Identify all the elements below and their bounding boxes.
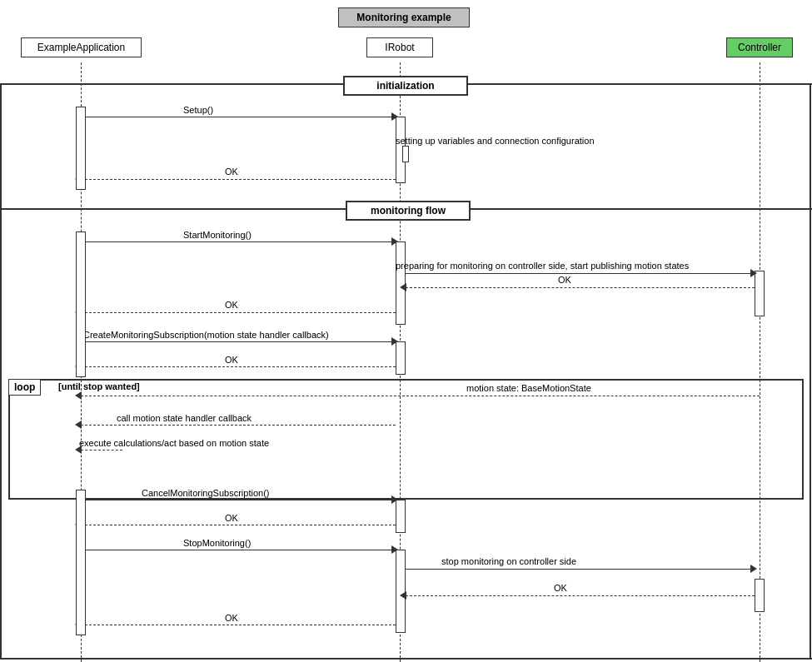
note-startmon: preparing for monitoring on controller s…	[396, 261, 689, 271]
participant-controller: Controller	[726, 37, 793, 57]
arrowhead-setup	[391, 112, 398, 121]
arrow-setup	[81, 117, 396, 117]
arrow-calc	[81, 450, 122, 450]
msg-motion-state: motion state: BaseMotionState	[466, 383, 591, 393]
loop-condition: [until stop wanted]	[58, 381, 140, 391]
msg-create: CreateMonitoringSubscription(motion stat…	[83, 330, 329, 340]
arrowhead-motion-state	[75, 391, 82, 400]
msg-callback: call motion state handler callback	[117, 413, 252, 423]
act-irobot-create	[396, 341, 406, 375]
arrow-ok3	[81, 366, 396, 367]
diagram-title: Monitoring example	[338, 7, 470, 27]
act-irobot-internal	[402, 146, 409, 162]
sequence-diagram: Monitoring example ExampleApplication IR…	[0, 0, 812, 662]
act-controller-stopmon	[755, 579, 765, 612]
msg-ok5: OK	[225, 613, 238, 623]
note-stopmon: stop monitoring on controller side	[441, 556, 576, 566]
act-app-setup	[76, 107, 86, 190]
arrowhead-cancel	[391, 495, 398, 504]
arrowhead-ok-controller2	[400, 591, 406, 600]
right-border	[810, 83, 811, 658]
act-controller-startmon	[755, 271, 765, 316]
arrow-stopmon	[81, 550, 396, 550]
monitoring-section-header: monitoring flow	[346, 201, 471, 221]
arrow-create	[81, 341, 396, 342]
arrowhead-stop-controller	[750, 565, 757, 573]
participant-app: ExampleApplication	[21, 37, 142, 57]
lifeline-controller	[760, 62, 760, 662]
arrow-ok2	[81, 312, 396, 313]
arrowhead-callback	[75, 421, 82, 429]
arrowhead-ok-controller	[400, 283, 406, 291]
arrowhead-stopmon	[391, 545, 398, 554]
arrow-stop-controller	[406, 569, 755, 570]
act-irobot-cancel	[396, 500, 406, 533]
msg-setup: Setup()	[183, 105, 213, 115]
msg-ok4: OK	[225, 513, 238, 523]
act-app-cancel	[76, 490, 86, 635]
arrow-ok4	[81, 525, 396, 525]
left-border	[0, 83, 2, 658]
init-section-header: initialization	[343, 76, 468, 96]
arrowhead-startmon	[391, 237, 398, 246]
bottom-line	[0, 658, 812, 660]
msg-ok-controller2: OK	[554, 583, 567, 593]
msg-cancel: CancelMonitoringSubscription()	[142, 488, 269, 498]
msg-ok2: OK	[225, 300, 238, 310]
msg-ok1: OK	[225, 167, 238, 177]
arrow-irobot-controller	[406, 273, 755, 274]
arrowhead-irobot-controller	[750, 269, 757, 277]
msg-ok-controller: OK	[558, 275, 571, 285]
arrow-ok1	[81, 179, 396, 180]
act-app-mon	[76, 231, 86, 377]
arrow-motion-state	[81, 396, 760, 396]
msg-calc: execute calculations/act based on motion…	[79, 438, 269, 448]
arrow-startmon	[81, 241, 396, 242]
arrow-ok5	[81, 625, 396, 625]
arrow-ok-controller	[406, 287, 755, 288]
arrow-ok-controller2	[406, 595, 755, 596]
msg-stopmon: StopMonitoring()	[183, 538, 251, 548]
msg-startmon: StartMonitoring()	[183, 230, 252, 240]
arrowhead-create	[391, 337, 398, 346]
participant-irobot: IRobot	[366, 37, 433, 57]
note-setup: setting up variables and connection conf…	[396, 136, 595, 146]
msg-ok3: OK	[225, 355, 238, 365]
arrow-callback	[81, 425, 396, 426]
loop-label: loop	[8, 379, 41, 396]
arrow-cancel	[81, 500, 396, 500]
